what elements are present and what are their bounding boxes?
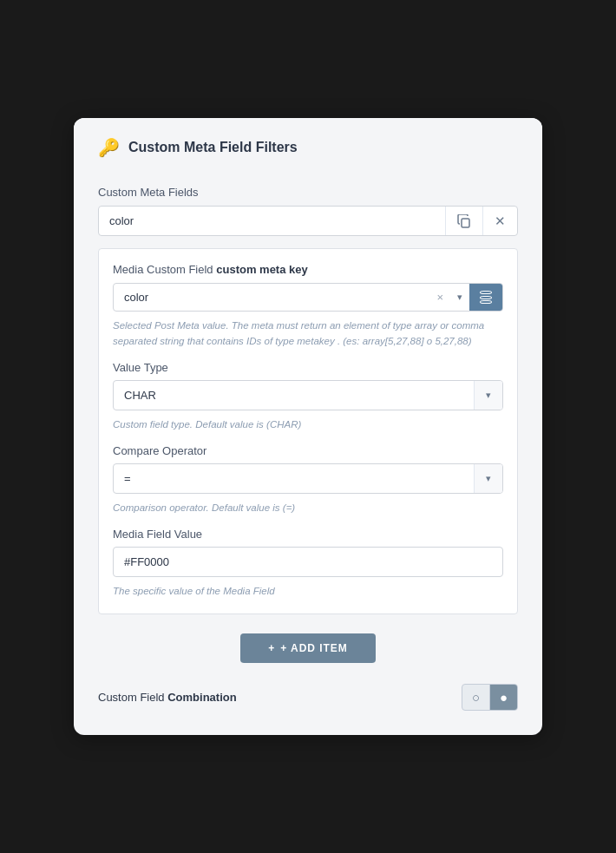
arrow-down-icon: ▾: [457, 292, 462, 303]
value-type-dropdown-button[interactable]: ▾: [474, 381, 502, 410]
value-type-label: Value Type: [113, 361, 503, 374]
toggle-and-button[interactable]: ●: [490, 685, 517, 710]
custom-meta-field-filters-card: 🔑 Custom Meta Field Filters Custom Meta …: [74, 118, 542, 734]
card-body: Custom Meta Fields ✕ Media Custom Field …: [74, 186, 542, 662]
copy-icon: [457, 214, 471, 228]
circle-outline-icon: ○: [472, 690, 480, 705]
card-title: Custom Meta Field Filters: [128, 140, 298, 155]
svg-rect-0: [462, 219, 469, 227]
media-field-value-input[interactable]: [113, 547, 503, 577]
x-icon: ✕: [495, 213, 506, 229]
copy-button[interactable]: [445, 207, 482, 235]
select-db-button[interactable]: [469, 284, 502, 311]
footer-label: Custom Field Combination: [98, 691, 237, 704]
select-value: color: [114, 284, 429, 311]
clear-meta-key-button[interactable]: ✕: [482, 207, 517, 235]
media-field-value-help-text: The specific value of the Media Field: [113, 584, 503, 599]
compare-operator-value: =: [114, 464, 474, 493]
compare-operator-help-text: Comparison operator. Default value is (=…: [113, 501, 503, 515]
chevron-down-icon: ▾: [486, 390, 491, 401]
add-item-label: + ADD ITEM: [280, 642, 348, 654]
toggle-or-button[interactable]: ○: [462, 685, 489, 710]
add-item-button[interactable]: + + ADD ITEM: [240, 633, 375, 663]
compare-operator-label: Compare Operator: [113, 444, 503, 457]
circle-filled-icon: ●: [500, 690, 508, 705]
plus-icon: +: [268, 642, 275, 654]
card-header: 🔑 Custom Meta Field Filters: [74, 118, 542, 170]
value-type-value: CHAR: [114, 381, 474, 410]
add-item-section: + + ADD ITEM: [98, 633, 518, 663]
meta-key-input-row: ✕: [98, 206, 518, 236]
footer-row: Custom Field Combination ○ ●: [74, 672, 542, 711]
combination-toggle-group: ○ ●: [462, 684, 518, 711]
key-icon: 🔑: [98, 137, 120, 158]
inner-section-label: Media Custom Field custom meta key: [113, 263, 503, 276]
compare-operator-dropdown-button[interactable]: ▾: [474, 464, 502, 493]
clear-icon: ×: [436, 291, 443, 304]
select-clear-button[interactable]: ×: [429, 284, 450, 311]
meta-key-help-text: Selected Post Meta value. The meta must …: [113, 318, 503, 349]
value-type-help-text: Custom field type. Default value is (CHA…: [113, 417, 503, 432]
custom-meta-fields-label: Custom Meta Fields: [98, 186, 518, 199]
inner-section: Media Custom Field custom meta key color…: [98, 248, 518, 614]
chevron-down-icon-2: ▾: [486, 473, 491, 484]
select-dropdown-button[interactable]: ▾: [450, 284, 469, 311]
media-field-value-label: Media Field Value: [113, 528, 503, 541]
meta-key-input[interactable]: [99, 207, 445, 235]
value-type-select: CHAR ▾: [113, 380, 503, 410]
custom-meta-key-select: color × ▾: [113, 283, 503, 312]
database-icon: [480, 291, 492, 304]
compare-operator-select: = ▾: [113, 463, 503, 494]
